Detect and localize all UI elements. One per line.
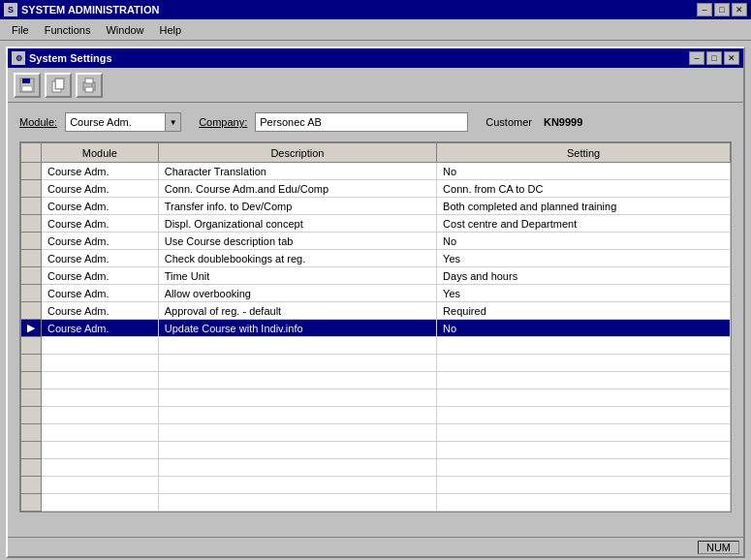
cell-description: Character Translation	[158, 163, 436, 180]
cell-description	[158, 459, 436, 477]
save-button[interactable]	[14, 73, 41, 98]
inner-title: System Settings	[29, 52, 685, 64]
row-indicator	[21, 389, 42, 407]
table-row[interactable]: Course Adm.Approval of reg. - defaultReq…	[21, 302, 731, 320]
table-row[interactable]	[21, 372, 731, 389]
inner-app-icon: ⚙	[12, 51, 25, 65]
cell-setting	[437, 389, 731, 407]
cell-setting: No	[437, 163, 731, 180]
module-row: Module: Course Adm. ▼ Company: Customer …	[19, 112, 732, 132]
cell-setting	[437, 337, 731, 355]
company-input[interactable]	[255, 112, 468, 132]
cell-setting	[437, 355, 731, 372]
cell-module	[42, 477, 159, 494]
table-row[interactable]: Course Adm.Use Course description tabNo	[21, 233, 731, 250]
maximize-button[interactable]: □	[714, 3, 730, 16]
module-select[interactable]: Course Adm. ▼	[65, 112, 181, 132]
row-indicator	[21, 198, 42, 215]
row-indicator	[21, 337, 42, 355]
row-indicator	[21, 302, 42, 320]
customer-value: KN9999	[544, 116, 582, 128]
copy-icon	[50, 78, 66, 93]
table-row[interactable]	[21, 407, 731, 424]
minimize-button[interactable]: –	[697, 3, 712, 16]
cell-setting	[437, 372, 731, 389]
cell-module	[42, 459, 159, 477]
cell-module	[42, 407, 159, 424]
cell-module: Course Adm.	[42, 198, 159, 215]
table-row[interactable]	[21, 442, 731, 459]
col-setting-header: Setting	[437, 143, 731, 163]
row-indicator	[21, 180, 42, 198]
menu-window[interactable]: Window	[98, 22, 151, 38]
cell-description: Use Course description tab	[158, 233, 436, 250]
cell-description	[158, 389, 436, 407]
module-dropdown-arrow[interactable]: ▼	[165, 113, 180, 131]
table-row[interactable]: Course Adm.Displ. Organizational concept…	[21, 215, 731, 233]
table-row[interactable]	[21, 477, 731, 494]
table-row[interactable]	[21, 389, 731, 407]
table-row[interactable]: Course Adm.Transfer info. to Dev/CompBot…	[21, 198, 731, 215]
cell-description: Transfer info. to Dev/Comp	[158, 198, 436, 215]
table-row[interactable]	[21, 459, 731, 477]
cell-setting: No	[437, 233, 731, 250]
cell-setting: Cost centre and Department	[437, 215, 731, 233]
cell-module: Course Adm.	[42, 180, 159, 198]
cell-setting: Yes	[437, 250, 731, 267]
table-row[interactable]: ▶Course Adm.Update Course with Indiv.inf…	[21, 320, 731, 337]
cell-description	[158, 494, 436, 512]
table-row[interactable]: Course Adm.Check doublebookings at reg.Y…	[21, 250, 731, 267]
inner-close-button[interactable]: ✕	[724, 51, 739, 65]
cell-description	[158, 355, 436, 372]
row-indicator	[21, 372, 42, 389]
cell-description	[158, 424, 436, 442]
table-row[interactable]	[21, 424, 731, 442]
inner-maximize-button[interactable]: □	[706, 51, 722, 65]
content-area: Module: Course Adm. ▼ Company: Customer …	[8, 103, 743, 522]
status-bar: NUM	[8, 537, 743, 556]
company-label: Company:	[199, 116, 247, 128]
row-indicator	[21, 267, 42, 285]
cell-module: Course Adm.	[42, 285, 159, 302]
cell-module: Course Adm.	[42, 320, 159, 337]
num-indicator: NUM	[698, 541, 739, 554]
cell-description	[158, 407, 436, 424]
close-button[interactable]: ✕	[732, 3, 747, 16]
row-indicator	[21, 494, 42, 512]
cell-module	[42, 372, 159, 389]
cell-module	[42, 355, 159, 372]
row-indicator	[21, 215, 42, 233]
app-title: SYSTEM ADMINISTRATION	[21, 4, 693, 16]
cell-setting: Yes	[437, 285, 731, 302]
table-row[interactable]: Course Adm.Conn. Course Adm.and Edu/Comp…	[21, 180, 731, 198]
row-indicator	[21, 285, 42, 302]
toolbar	[8, 68, 743, 103]
table-row[interactable]	[21, 494, 731, 512]
inner-title-bar: ⚙ System Settings – □ ✕	[8, 48, 743, 68]
cell-setting	[437, 407, 731, 424]
svg-rect-2	[22, 86, 32, 91]
cell-description: Allow overbooking	[158, 285, 436, 302]
table-row[interactable]: Course Adm.Character TranslationNo	[21, 163, 731, 180]
print-button[interactable]	[76, 73, 103, 98]
table-row[interactable]: Course Adm.Time UnitDays and hours	[21, 267, 731, 285]
menu-functions[interactable]: Functions	[37, 22, 99, 38]
menu-bar: File Functions Window Help	[0, 19, 751, 41]
table-row[interactable]: Course Adm.Allow overbookingYes	[21, 285, 731, 302]
copy-button[interactable]	[45, 73, 72, 98]
row-indicator	[21, 355, 42, 372]
cell-module: Course Adm.	[42, 267, 159, 285]
cell-setting: Required	[437, 302, 731, 320]
row-indicator	[21, 477, 42, 494]
table-row[interactable]	[21, 337, 731, 355]
menu-help[interactable]: Help	[152, 22, 190, 38]
cell-module	[42, 424, 159, 442]
cell-setting	[437, 459, 731, 477]
table-row[interactable]	[21, 355, 731, 372]
cell-description	[158, 477, 436, 494]
row-indicator	[21, 407, 42, 424]
cell-module	[42, 442, 159, 459]
inner-minimize-button[interactable]: –	[689, 51, 704, 65]
col-indicator	[21, 143, 42, 163]
menu-file[interactable]: File	[4, 22, 37, 38]
